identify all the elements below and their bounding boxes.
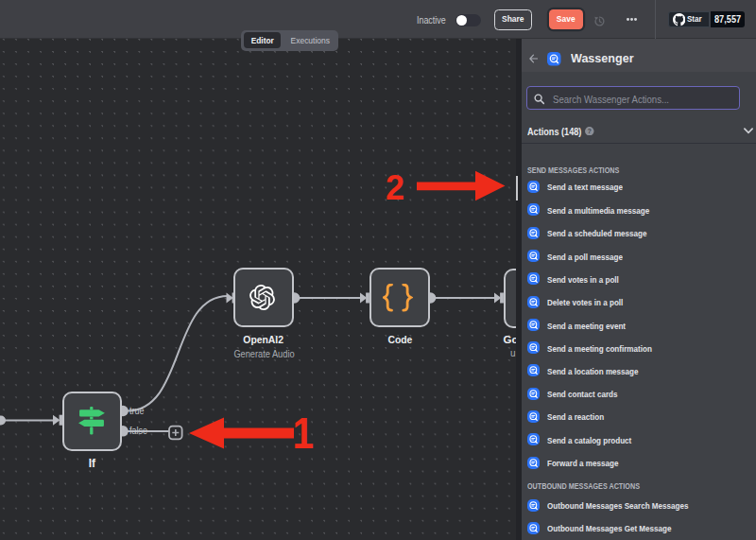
svg-text:?: ? [588,128,592,135]
